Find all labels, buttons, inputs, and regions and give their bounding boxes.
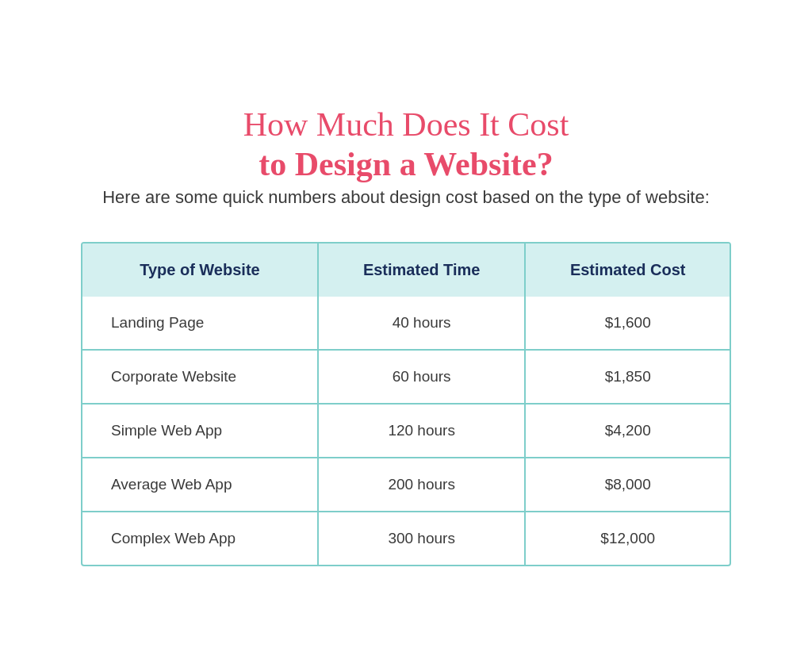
pricing-table: Type of Website Estimated Time Estimated… — [82, 243, 730, 565]
cell-time: 120 hours — [318, 404, 526, 458]
col-header-time: Estimated Time — [318, 243, 526, 297]
col-header-type: Type of Website — [82, 243, 318, 297]
cell-time: 200 hours — [318, 458, 526, 512]
table-header-row: Type of Website Estimated Time Estimated… — [82, 243, 730, 297]
subtitle-text: Here are some quick numbers about design… — [81, 184, 731, 210]
page-container: How Much Does It Cost to Design a Websit… — [65, 73, 747, 599]
cell-cost: $1,600 — [525, 297, 730, 350]
table-row: Corporate Website60 hours$1,850 — [82, 350, 730, 404]
title-line1: How Much Does It Cost — [243, 106, 569, 143]
col-header-cost: Estimated Cost — [525, 243, 730, 297]
pricing-table-wrapper: Type of Website Estimated Time Estimated… — [81, 242, 731, 566]
cell-time: 60 hours — [318, 350, 526, 404]
cell-cost: $1,850 — [525, 350, 730, 404]
cell-cost: $8,000 — [525, 458, 730, 512]
cell-type: Landing Page — [82, 297, 318, 350]
cell-type: Corporate Website — [82, 350, 318, 404]
cell-type: Average Web App — [82, 458, 318, 512]
page-title: How Much Does It Cost to Design a Websit… — [81, 105, 731, 185]
cell-type: Complex Web App — [82, 512, 318, 565]
title-line2: to Design a Website? — [259, 146, 553, 182]
cell-cost: $4,200 — [525, 404, 730, 458]
table-row: Average Web App200 hours$8,000 — [82, 458, 730, 512]
cell-time: 40 hours — [318, 297, 526, 350]
cell-cost: $12,000 — [525, 512, 730, 565]
cell-time: 300 hours — [318, 512, 526, 565]
table-row: Simple Web App120 hours$4,200 — [82, 404, 730, 458]
table-row: Complex Web App300 hours$12,000 — [82, 512, 730, 565]
cell-type: Simple Web App — [82, 404, 318, 458]
table-row: Landing Page40 hours$1,600 — [82, 297, 730, 350]
